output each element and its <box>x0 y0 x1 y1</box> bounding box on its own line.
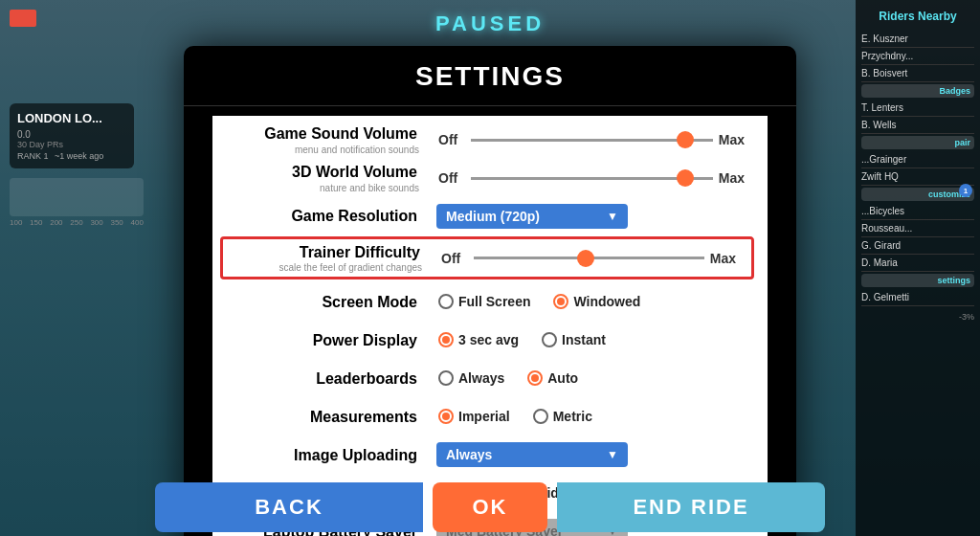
list-item: D. Maria <box>861 255 974 272</box>
measurements-label-col: Measurements <box>226 408 436 426</box>
screen-mode-fullscreen-label: Full Screen <box>458 294 530 309</box>
game-resolution-label-col: Game Resolution <box>226 207 436 225</box>
measurements-imperial-radio[interactable] <box>438 409 454 424</box>
trainer-difficulty-row: Trainer Difficulty scale the feel of gra… <box>220 236 754 279</box>
image-uploading-label: Image Uploading <box>292 446 419 464</box>
screen-mode-label: Screen Mode <box>320 293 419 311</box>
list-item: ...Grainger <box>861 151 974 168</box>
measurements-metric-option[interactable]: Metric <box>531 409 594 424</box>
trainer-track[interactable] <box>474 257 704 259</box>
leaderboards-label: Leaderboards <box>314 369 419 388</box>
world-volume-thumb[interactable] <box>677 169 694 187</box>
screen-mode-fullscreen-radio[interactable] <box>438 294 454 309</box>
list-item: ...Bicycles <box>861 203 974 220</box>
power-display-control: 3 sec avg Instant <box>436 332 754 347</box>
game-sound-min: Off <box>436 132 459 147</box>
power-display-row: Power Display 3 sec avg Instant <box>226 322 754 358</box>
measurements-imperial-option[interactable]: Imperial <box>436 409 512 424</box>
power-instant-radio[interactable] <box>542 332 557 347</box>
measurements-metric-radio[interactable] <box>533 409 548 424</box>
world-volume-label: 3D World Volume <box>290 163 419 181</box>
list-item: Rousseau... <box>861 220 974 237</box>
leaderboards-control: Always Auto <box>436 370 754 386</box>
leaderboards-auto-radio[interactable] <box>527 370 543 386</box>
london-stats: 0.0 30 Day PRs RANK 1 ~1 week ago <box>17 129 126 161</box>
trainer-difficulty-slider-container: Off Max <box>439 251 746 266</box>
london-box: LONDON LO... 0.0 30 Day PRs RANK 1 ~1 we… <box>10 103 134 168</box>
world-volume-min: Off <box>436 170 459 186</box>
game-resolution-label: Game Resolution <box>289 207 419 225</box>
leaderboards-always-radio[interactable] <box>438 370 454 386</box>
screen-mode-fullscreen-option[interactable]: Full Screen <box>436 294 532 309</box>
ok-button[interactable]: OK <box>433 482 547 532</box>
game-sound-slider-container: Off Max <box>436 132 754 147</box>
leaderboards-auto-option[interactable]: Auto <box>525 370 580 386</box>
list-item: D. Gelmetti <box>861 289 974 306</box>
back-button[interactable]: BACK <box>155 482 423 532</box>
game-sound-sublabel: menu and notification sounds <box>226 145 419 155</box>
percent-badge: -3% <box>861 312 974 322</box>
trainer-max: Max <box>708 251 738 266</box>
image-uploading-dropdown[interactable]: Always ▼ <box>436 442 628 467</box>
trainer-difficulty-label: Trainer Difficulty <box>298 243 422 261</box>
game-sound-control: Off Max <box>436 132 754 147</box>
world-volume-sublabel: nature and bike sounds <box>226 183 419 193</box>
badges-btn[interactable]: Badges <box>861 84 974 98</box>
customize-btn[interactable]: customize 1 <box>861 188 974 201</box>
riders-nearby-label: Riders Nearby <box>861 10 974 23</box>
game-resolution-control: Medium (720p) ▼ <box>436 204 754 229</box>
when-value: ~1 week ago <box>55 151 103 161</box>
screen-mode-windowed-radio[interactable] <box>553 294 568 309</box>
game-sound-thumb[interactable] <box>677 131 694 148</box>
screen-mode-windowed-option[interactable]: Windowed <box>551 294 642 309</box>
power-3sec-option[interactable]: 3 sec avg <box>436 332 521 347</box>
measurements-radio-group: Imperial Metric <box>436 409 610 424</box>
image-uploading-label-col: Image Uploading <box>226 446 436 464</box>
game-resolution-dropdown[interactable]: Medium (720p) ▼ <box>436 204 628 229</box>
list-item: Przychdny... <box>861 48 974 65</box>
measurements-metric-label: Metric <box>553 409 592 424</box>
power-display-label-col: Power Display <box>226 331 436 349</box>
leaderboards-auto-label: Auto <box>547 370 578 386</box>
leaderboards-always-option[interactable]: Always <box>436 370 506 386</box>
london-title: LONDON LO... <box>17 111 126 125</box>
game-sound-volume-row: Game Sound Volume menu and notification … <box>226 122 754 158</box>
game-sound-max: Max <box>717 132 746 147</box>
image-uploading-control: Always ▼ <box>436 442 754 467</box>
end-ride-button[interactable]: END RIDE <box>557 482 825 532</box>
route-graph <box>10 178 144 216</box>
power-3sec-radio[interactable] <box>438 332 454 347</box>
pair-label: pair <box>865 138 970 147</box>
measurements-label: Measurements <box>308 408 419 426</box>
customize-label: customize <box>865 190 970 199</box>
power-display-label: Power Display <box>311 331 419 349</box>
game-sound-track[interactable] <box>471 139 713 142</box>
game-sound-label: Game Sound Volume <box>262 124 419 143</box>
screen-mode-label-col: Screen Mode <box>226 293 436 311</box>
world-volume-max: Max <box>717 170 746 186</box>
power-instant-option[interactable]: Instant <box>540 332 608 347</box>
settings-white-section: Game Sound Volume menu and notification … <box>212 116 768 536</box>
trainer-thumb[interactable] <box>577 250 594 267</box>
settings-modal: SETTINGS Game Sound Volume menu and noti… <box>184 46 796 536</box>
trainer-difficulty-label-col: Trainer Difficulty scale the feel of gra… <box>229 243 439 273</box>
rank-label: RANK <box>17 151 44 161</box>
measurements-row: Measurements Imperial Metric <box>226 398 754 435</box>
settings-side-btn[interactable]: settings <box>861 274 974 287</box>
trainer-difficulty-control: Off Max <box>439 251 746 266</box>
pair-btn[interactable]: pair <box>861 136 974 149</box>
flag-icon <box>10 10 36 27</box>
list-item: E. Kuszner <box>861 31 974 48</box>
world-volume-track[interactable] <box>471 177 713 180</box>
modal-title: SETTINGS <box>184 46 796 106</box>
world-volume-row: 3D World Volume nature and bike sounds O… <box>226 160 754 196</box>
paused-label: PAUSED <box>435 11 545 36</box>
settings-content: Game Sound Volume menu and notification … <box>184 106 796 536</box>
world-volume-slider-container: Off Max <box>436 170 754 186</box>
route-labels: 100150200250300350400 <box>10 218 144 227</box>
trainer-min: Off <box>439 251 462 266</box>
screen-mode-control: Full Screen Windowed <box>436 294 754 309</box>
list-item: B. Wells <box>861 117 974 134</box>
image-uploading-arrow-icon: ▼ <box>607 448 618 461</box>
leaderboards-label-col: Leaderboards <box>226 369 436 388</box>
